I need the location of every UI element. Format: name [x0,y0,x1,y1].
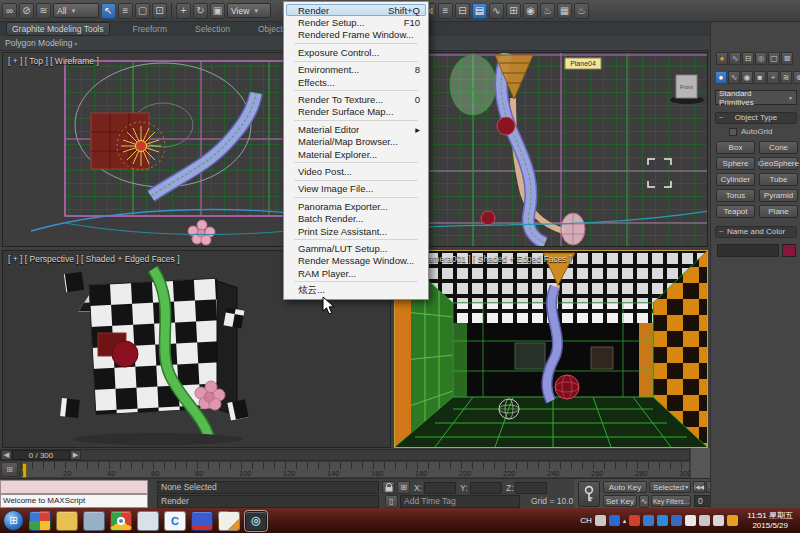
window-tray-icon[interactable] [699,515,710,526]
select-and-move-icon[interactable]: + [176,3,191,19]
set-key-button[interactable]: Set Key [603,495,637,507]
security-tray-icon[interactable] [629,515,640,526]
maxscript-listener-field[interactable]: Welcome to MAXScript [0,494,148,508]
menu-item-gamma-lut-setup[interactable]: Gamma/LUT Setup... [284,242,428,254]
render-setup-icon[interactable]: ♨ [540,3,555,19]
polygon-modeling-panel[interactable]: Polygon Modeling [0,38,77,48]
viewport-front[interactable]: Front Plane04 [394,52,708,247]
shapes-category-icon[interactable]: ∿ [728,71,740,84]
selection-lock-icon[interactable] [382,481,395,494]
spacewarps-category-icon[interactable]: ≋ [780,71,792,84]
menu-item-video-post[interactable]: Video Post... [284,165,428,177]
macro-recorder-field[interactable] [0,480,148,494]
volume-tray-icon[interactable] [713,515,724,526]
time-slider[interactable]: ◀ 0 / 300 ▶ [0,449,690,461]
material-editor-icon[interactable]: ◉ [523,3,538,19]
rendered-frame-window-icon[interactable]: ▦ [557,3,572,19]
taskbar-chrome-icon[interactable] [110,511,132,531]
time-tag-icon[interactable]: ▯ [385,495,398,508]
geometry-category-icon[interactable]: ● [715,71,727,84]
start-button[interactable]: ⊞ [3,510,24,531]
previous-frame-arrow[interactable]: ◀ [1,450,12,460]
set-keys-button[interactable] [578,481,600,507]
key-mode-dropdown[interactable]: Selected▼ [649,481,691,493]
window-crossing-icon[interactable]: ⊡ [152,3,167,19]
name-color-rollout[interactable]: − Name and Color [715,226,797,238]
primitive-button-box[interactable]: Box [716,141,755,154]
menu-item-environment[interactable]: Environment...8 [284,64,428,76]
y-coordinate-field[interactable] [470,482,502,494]
menu-item-material-map-browser[interactable]: Material/Map Browser... [284,136,428,148]
browser-tray-icon[interactable] [671,515,682,526]
create-tab-icon[interactable]: ● [716,52,728,65]
track-bar-mode-icon[interactable]: ⊞ [1,462,18,477]
viewport-top-label[interactable]: [ + ] [ Top ] [ Wireframe ] [8,56,99,66]
taskbar-notes-icon[interactable] [218,511,240,531]
absolute-offset-toggle-icon[interactable]: ⊞ [397,481,410,494]
auto-key-button[interactable]: Auto Key [603,481,647,493]
rectangular-selection-icon[interactable]: ▢ [135,3,150,19]
object-name-field[interactable] [717,244,779,257]
help-tray-icon[interactable] [609,515,620,526]
cameras-category-icon[interactable]: ■ [754,71,766,84]
primitives-dropdown[interactable]: Standard Primitives ▼ [715,90,797,105]
helpers-category-icon[interactable]: + [767,71,779,84]
z-coordinate-field[interactable] [515,482,547,494]
flag-tray-icon[interactable] [685,515,696,526]
menu-item-view-image-file[interactable]: View Image File... [284,183,428,195]
taskbar-pinwheel-icon[interactable] [29,511,51,531]
key-filters-button[interactable]: Key Filters... [651,495,691,507]
autogrid-checkbox[interactable] [729,128,737,136]
menu-item-material-explorer[interactable]: Material Explorer... [284,148,428,160]
modify-tab-icon[interactable]: ∿ [729,52,741,65]
menu-item-rendered-frame-window[interactable]: Rendered Frame Window... [284,29,428,41]
taskbar-explorer-icon[interactable] [56,511,78,531]
menu-item-render-setup[interactable]: Render Setup...F10 [284,16,428,28]
taskbar-clock[interactable]: 11:51 星期五 2015/5/29 [741,511,797,531]
tab-graphite-modeling-tools[interactable]: Graphite Modeling Tools [6,22,110,36]
select-and-rotate-icon[interactable]: ↻ [193,3,208,19]
primitive-button-tube[interactable]: Tube [759,173,798,186]
key-curve-icon[interactable]: ∿ [639,495,649,508]
menu-item-exposure-control[interactable]: Exposure Control... [284,46,428,58]
bird-tray-icon[interactable] [727,515,738,526]
viewport-perspective-label[interactable]: [ + ] [ Perspective ] [ Shaded + Edged F… [8,254,180,264]
bind-to-space-warp-icon[interactable]: ≋ [36,3,51,19]
motion-tab-icon[interactable]: ◎ [755,52,767,65]
select-and-scale-icon[interactable]: ▣ [210,3,225,19]
object-type-rollout[interactable]: − Object Type [715,112,797,124]
systems-category-icon[interactable]: ⊕ [793,71,800,84]
menu-item-炫云[interactable]: 炫云... [284,284,428,296]
display-tab-icon[interactable]: ▢ [768,52,780,65]
select-by-name-icon[interactable]: ≡ [118,3,133,19]
viewport-camera[interactable]: [ + ] [ Camera001 ] [ Shaded + Edged Fac… [394,250,708,448]
shield-tray-icon[interactable] [643,515,654,526]
primitive-button-cylinder[interactable]: Cylinder [716,173,755,186]
schematic-view-icon[interactable]: ⊞ [506,3,521,19]
select-and-link-icon[interactable]: ∞ [2,3,17,19]
select-object-icon[interactable]: ↖ [101,3,116,19]
go-to-start-icon[interactable]: |◀◀ [693,481,705,493]
menu-item-render-message-window[interactable]: Render Message Window... [284,255,428,267]
render-production-icon[interactable]: ♨ [574,3,589,19]
taskbar-c-app-icon[interactable]: C [164,511,186,531]
track-bar[interactable]: 0204060801001201401601802002202402602803… [20,461,690,478]
x-coordinate-field[interactable] [424,482,456,494]
menu-item-ram-player[interactable]: RAM Player... [284,267,428,279]
primitive-button-cone[interactable]: Cone [759,141,798,154]
taskbar-3dsmax-icon[interactable]: ◎ [245,511,267,531]
menu-item-render-to-texture[interactable]: Render To Texture...0 [284,93,428,105]
menu-item-render[interactable]: RenderShift+Q [286,4,426,16]
tab-selection[interactable]: Selection [190,23,235,35]
menu-item-print-size-assistant[interactable]: Print Size Assistant... [284,225,428,237]
keyboard-tray-icon[interactable] [595,515,606,526]
primitive-button-torus[interactable]: Torus [716,189,755,202]
align-icon[interactable]: ≡ [438,3,453,19]
primitive-button-geosphere[interactable]: GeoSphere [759,157,798,170]
lights-category-icon[interactable]: ◉ [741,71,753,84]
primitive-button-plane[interactable]: Plane [759,205,798,218]
curve-editor-icon[interactable]: ∿ [489,3,504,19]
qq-tray-icon[interactable] [657,515,668,526]
show-hidden-icons-arrow[interactable]: ▴ [623,517,627,525]
graphite-ribbon-toggle-icon[interactable]: ▤ [472,3,487,19]
